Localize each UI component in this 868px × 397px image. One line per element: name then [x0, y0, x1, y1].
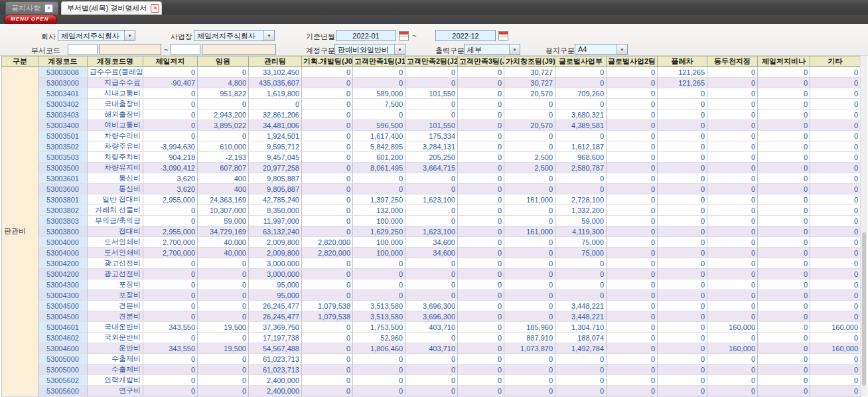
- amount-cell: 0: [504, 141, 555, 152]
- amount-cell: 11,997,000: [249, 216, 302, 226]
- dept-from-name-field[interactable]: [99, 44, 161, 55]
- period-to-input[interactable]: [435, 30, 496, 41]
- amount-cell: 0: [302, 120, 353, 131]
- company-select[interactable]: 제일저지주식회사 ▼: [58, 30, 135, 41]
- amount-cell: 0: [353, 258, 405, 269]
- amount-cell: 3,000,000: [249, 258, 302, 269]
- amount-cell: 5,842,895: [353, 141, 405, 152]
- account-code-cell: 53003803: [38, 216, 88, 226]
- tab-expense-report-label: 부서별(세목) 경비명세서: [67, 3, 147, 13]
- amount-cell: 403,710: [405, 343, 458, 354]
- amount-cell: 0: [707, 120, 758, 131]
- paper-type-select[interactable]: A4 ▼: [575, 44, 628, 55]
- amount-cell: 0: [198, 269, 249, 279]
- amount-cell: 0: [458, 131, 504, 141]
- amount-cell: 2,500: [504, 152, 555, 163]
- amount-cell: 607,807: [198, 163, 249, 173]
- amount-cell: 0: [758, 248, 810, 258]
- chevron-down-icon[interactable]: ▼: [394, 44, 405, 54]
- chevron-down-icon[interactable]: ▼: [616, 44, 627, 54]
- paper-type-value: A4: [575, 44, 616, 54]
- amount-cell: 0: [302, 67, 353, 78]
- amount-cell: 3,284,131: [405, 141, 458, 152]
- amount-cell: -2,193: [198, 152, 249, 163]
- table-row: 53003502차량주유비-3,994,630610,0009,595,7120…: [2, 141, 861, 152]
- account-name-cell: 일반 접대비: [88, 195, 143, 205]
- amount-cell: 26,245,477: [249, 301, 302, 311]
- amount-cell: 0: [302, 258, 353, 269]
- amount-cell: 2,820,000: [302, 237, 353, 248]
- calendar-icon[interactable]: [399, 31, 409, 40]
- account-name-cell: 국외운반비: [88, 333, 143, 343]
- amount-cell: 0: [810, 141, 861, 152]
- site-label: 사업장: [171, 32, 192, 42]
- filter-form: 회사 제일저지주식회사 ▼ 사업장 제일저지주식회사 ▼ 기준년월 ~ 부서코드…: [0, 24, 868, 56]
- site-select[interactable]: 제일저지주식회사 ▼: [194, 30, 275, 41]
- amount-cell: 0: [707, 354, 758, 364]
- calendar-icon[interactable]: [498, 31, 508, 40]
- table-row: 53004300포장비0095,00000000000000: [2, 290, 861, 301]
- amount-cell: 0: [555, 258, 607, 269]
- chevron-down-icon[interactable]: ▼: [509, 44, 520, 54]
- output-type-select[interactable]: 세부 ▼: [464, 44, 520, 55]
- amount-cell: 0: [810, 120, 861, 131]
- account-type-select[interactable]: 판매비와일반비 ▼: [334, 44, 405, 55]
- table-row: 53003500차량유지비-3,090,412607,80720,977,258…: [2, 163, 861, 173]
- amount-cell: 0: [302, 195, 353, 205]
- amount-cell: 1,619,800: [249, 88, 302, 99]
- amount-cell: 0: [810, 216, 861, 226]
- table-row: 53004500견본비0026,245,4771,079,5383,513,58…: [2, 311, 861, 322]
- amount-cell: 34,729,169: [198, 226, 249, 237]
- amount-cell: 0: [658, 237, 707, 248]
- account-code-cell: 53004602: [38, 333, 88, 343]
- dept-from-code-input[interactable]: [68, 44, 98, 55]
- table-row: 53004000도서인쇄비2,700,00040,0002,009,8002,8…: [2, 237, 861, 248]
- amount-cell: 2,400,000: [249, 386, 302, 396]
- close-icon[interactable]: ×: [44, 4, 53, 13]
- amount-cell: 0: [607, 343, 658, 354]
- amount-cell: 3,513,580: [353, 301, 405, 311]
- paper-type-label: 용지구분: [545, 46, 575, 56]
- amount-cell: 3,895,022: [198, 120, 249, 131]
- scrollbar-thumb[interactable]: [862, 232, 866, 385]
- amount-cell: 54,567,488: [249, 343, 302, 354]
- amount-cell: 0: [143, 205, 198, 216]
- amount-cell: 0: [555, 173, 607, 184]
- amount-cell: 0: [658, 226, 707, 237]
- amount-cell: 4,800: [198, 78, 249, 88]
- amount-cell: 0: [707, 152, 758, 163]
- account-name-cell: 접대비: [88, 226, 143, 237]
- amount-cell: 0: [143, 269, 198, 279]
- chevron-down-icon[interactable]: ▼: [124, 31, 135, 40]
- amount-cell: 0: [607, 88, 658, 99]
- chevron-down-icon[interactable]: ▼: [263, 31, 274, 40]
- dept-to-name-field[interactable]: [202, 44, 276, 55]
- amount-cell: 0: [405, 78, 458, 88]
- amount-cell: 0: [707, 67, 758, 78]
- amount-cell: 0: [758, 131, 810, 141]
- amount-cell: 0: [607, 141, 658, 152]
- amount-cell: 0: [758, 205, 810, 216]
- tab-expense-report[interactable]: 부서별(세목) 경비명세서 ×: [61, 1, 162, 15]
- amount-cell: 0: [758, 184, 810, 195]
- amount-cell: 0: [658, 354, 707, 364]
- period-tilde: ~: [412, 32, 416, 40]
- amount-cell: 0: [302, 290, 353, 301]
- account-code-cell: 53004000: [38, 248, 88, 258]
- amount-cell: 2,955,000: [143, 195, 198, 205]
- vertical-scrollbar[interactable]: [860, 56, 867, 396]
- amount-cell: 0: [143, 216, 198, 226]
- menu-open-button[interactable]: MENU OPEN: [4, 15, 57, 25]
- dept-to-code-input[interactable]: [171, 44, 200, 55]
- amount-cell: 0: [758, 173, 810, 184]
- amount-cell: 9,805,887: [249, 184, 302, 195]
- amount-cell: 951,822: [198, 88, 249, 99]
- amount-cell: 887,910: [504, 333, 555, 343]
- account-name-cell: 연구비: [88, 386, 143, 396]
- close-icon[interactable]: ×: [151, 4, 159, 13]
- amount-cell: 0: [758, 163, 810, 173]
- tab-notice[interactable]: 공지사항 ×: [5, 1, 58, 15]
- period-from-input[interactable]: [336, 30, 396, 41]
- amount-cell: 30,727: [504, 67, 555, 78]
- column-header: 기획.개발팀(J0): [302, 56, 353, 67]
